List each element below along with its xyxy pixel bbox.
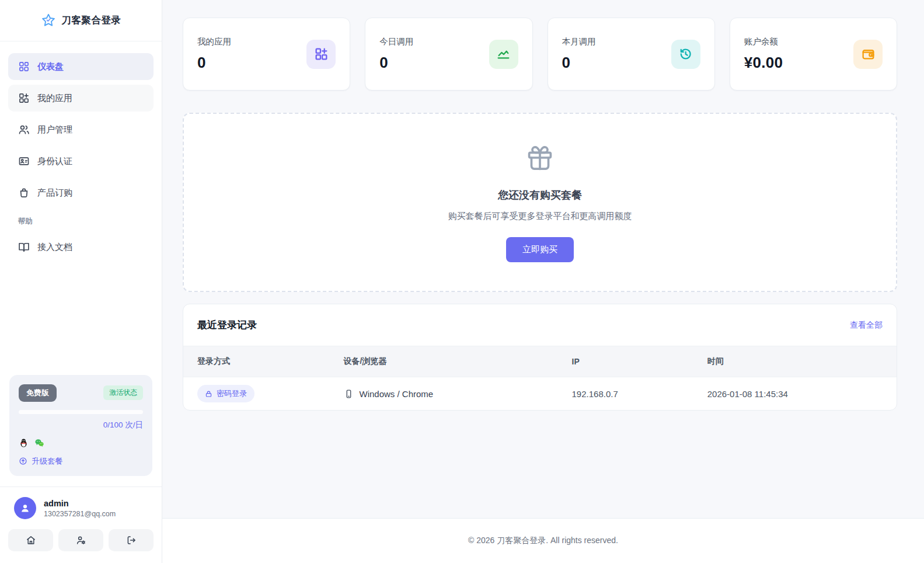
- time-cell: 2026-01-08 11:45:34: [693, 377, 897, 411]
- sidebar-item-dashboard[interactable]: 仪表盘: [8, 53, 154, 80]
- footer: © 2026 刀客聚合登录. All rights reserved.: [162, 518, 924, 563]
- home-icon: [26, 535, 36, 545]
- recent-logins-title: 最近登录记录: [197, 318, 257, 332]
- sidebar-item-label: 我的应用: [37, 93, 72, 104]
- quota-text: 0/100 次/日: [19, 420, 143, 430]
- ip-cell: 192.168.0.7: [558, 377, 693, 411]
- sidebar-item-user-management[interactable]: 用户管理: [8, 116, 154, 143]
- help-section-label: 帮助: [18, 217, 144, 227]
- platform-icons: [19, 438, 143, 448]
- no-plan-subtitle: 购买套餐后可享受更多登录平台和更高调用额度: [448, 211, 632, 222]
- circle-up-arrow-icon: [19, 457, 27, 465]
- stat-value: 0: [197, 54, 231, 72]
- upgrade-plan-link[interactable]: 升级套餐: [19, 456, 63, 467]
- login-method-badge: 密码登录: [197, 385, 254, 402]
- logout-button[interactable]: [109, 529, 154, 551]
- dashboard-icon: [18, 61, 30, 72]
- recent-logins-card: 最近登录记录 查看全部 登录方式 设备/浏览器 IP 时间: [183, 304, 897, 411]
- stat-card-today-calls: 今日调用 0: [365, 18, 532, 91]
- app-title: 刀客聚合登录: [62, 14, 121, 27]
- column-header-time: 时间: [693, 346, 897, 377]
- stat-card-month-calls: 本月调用 0: [548, 18, 715, 91]
- account-settings-button[interactable]: [58, 529, 103, 551]
- sidebar-item-label: 产品订购: [37, 187, 72, 199]
- chart-line-icon: [496, 47, 511, 61]
- logout-icon: [126, 535, 137, 545]
- plan-name-badge: 免费版: [19, 384, 57, 402]
- user-name: admin: [44, 499, 116, 508]
- stat-card-my-apps: 我的应用 0: [183, 18, 350, 91]
- column-header-ip: IP: [558, 346, 693, 377]
- lock-icon: [205, 390, 212, 398]
- upgrade-plan-label: 升级套餐: [32, 456, 63, 467]
- logo: 刀客聚合登录: [0, 0, 162, 41]
- user-section: admin 1302357281@qq.com: [0, 486, 162, 529]
- history-icon: [678, 47, 693, 61]
- mobile-icon: [344, 389, 354, 399]
- no-plan-title: 您还没有购买套餐: [498, 188, 582, 202]
- stat-label: 今日调用: [379, 36, 413, 47]
- device-cell: Windows / Chrome: [344, 389, 544, 399]
- book-open-icon: [18, 241, 30, 253]
- main-content: 我的应用 0 今日调用 0: [162, 0, 924, 518]
- user-info: admin 1302357281@qq.com: [44, 499, 116, 518]
- wallet-icon: [861, 47, 876, 61]
- star-logo-icon: [41, 13, 56, 28]
- no-plan-panel: 您还没有购买套餐 购买套餐后可享受更多登录平台和更高调用额度 立即购买: [183, 113, 897, 292]
- wechat-icon: [34, 438, 44, 448]
- table-row: 密码登录 Windows / Chrome: [183, 377, 897, 411]
- column-header-method: 登录方式: [183, 346, 330, 377]
- stat-label: 我的应用: [197, 36, 231, 47]
- sidebar-item-label: 用户管理: [37, 124, 72, 135]
- sidebar-item-identity[interactable]: 身份认证: [8, 148, 154, 175]
- quota-progress-bar: [19, 410, 143, 414]
- sidebar-item-product-order[interactable]: 产品订购: [8, 179, 154, 206]
- app-root: 刀客聚合登录 仪表盘 我的应用: [0, 0, 924, 563]
- sidebar: 刀客聚合登录 仪表盘 我的应用: [0, 0, 162, 563]
- user-gear-icon: [76, 535, 86, 545]
- id-card-icon: [18, 155, 30, 167]
- user-icon: [19, 502, 32, 515]
- sidebar-nav: 仪表盘 我的应用 用户管理: [0, 41, 162, 265]
- view-all-link[interactable]: 查看全部: [850, 320, 883, 331]
- recent-logins-table: 登录方式 设备/浏览器 IP 时间: [183, 346, 897, 410]
- device-label: Windows / Chrome: [360, 389, 434, 399]
- plan-status-badge: 激活状态: [103, 385, 143, 400]
- column-header-device: 设备/浏览器: [330, 346, 558, 377]
- stat-card-balance: 账户余额 ¥0.00: [730, 18, 897, 91]
- user-email: 1302357281@qq.com: [44, 510, 116, 518]
- stat-value: 0: [379, 54, 413, 72]
- copyright-text: © 2026 刀客聚合登录. All rights reserved.: [468, 536, 618, 545]
- apps-plus-icon: [18, 92, 30, 104]
- avatar[interactable]: [14, 497, 36, 519]
- stat-label: 账户余额: [744, 36, 783, 47]
- sidebar-item-my-apps[interactable]: 我的应用: [8, 85, 154, 112]
- home-button[interactable]: [8, 529, 53, 551]
- plan-card: 免费版 激活状态 0/100 次/日: [9, 375, 152, 477]
- apps-plus-icon: [314, 47, 329, 61]
- gift-icon: [525, 143, 555, 173]
- main-area: 我的应用 0 今日调用 0: [162, 0, 924, 563]
- qq-icon: [19, 438, 29, 448]
- sidebar-actions: [0, 529, 162, 563]
- login-method-label: 密码登录: [217, 388, 247, 399]
- users-icon: [18, 124, 30, 135]
- sidebar-item-label: 身份认证: [37, 156, 72, 167]
- stat-value: 0: [562, 54, 596, 72]
- shopping-bag-icon: [18, 187, 30, 199]
- buy-now-button[interactable]: 立即购买: [506, 237, 574, 262]
- sidebar-item-docs[interactable]: 接入文档: [8, 234, 154, 260]
- sidebar-item-label: 仪表盘: [37, 61, 64, 72]
- sidebar-item-label: 接入文档: [37, 242, 72, 253]
- stat-value: ¥0.00: [744, 54, 783, 72]
- stat-label: 本月调用: [562, 36, 596, 47]
- stats-grid: 我的应用 0 今日调用 0: [183, 18, 897, 91]
